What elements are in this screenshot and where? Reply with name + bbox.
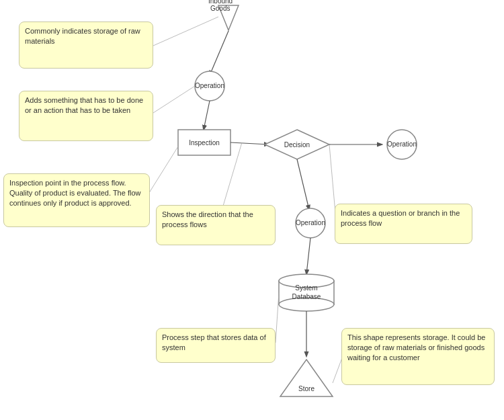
connector-inspection-callout <box>148 146 178 195</box>
store-shape <box>280 360 333 396</box>
database-top <box>279 274 334 288</box>
arrow-op3-to-db <box>306 238 310 274</box>
callout-inspection: Inspection point in the process flow. Qu… <box>3 173 150 227</box>
inbound-goods-shape <box>218 5 239 30</box>
callout-action: Adds something that has to be done or an… <box>19 91 153 141</box>
callout-raw-materials: Commonly indicates storage of raw materi… <box>19 22 153 69</box>
callout-storage: This shape represents storage. It could … <box>341 328 495 385</box>
callout-direction: Shows the direction that the process flo… <box>156 205 276 245</box>
connector-db-callout <box>276 292 279 343</box>
database-body <box>279 281 334 304</box>
operation3-shape <box>296 208 325 238</box>
inbound-goods-label-bot: Goods <box>210 5 230 12</box>
inspection-label: Inspection <box>189 139 220 146</box>
database-label-2: Database <box>292 293 321 300</box>
database-label-1: System <box>295 284 317 292</box>
operation2-label: Operation <box>387 140 417 148</box>
operation3-label: Operation <box>296 219 325 226</box>
connector-op1-callout <box>153 86 195 113</box>
callout-question: Indicates a question or branch in the pr… <box>335 204 472 244</box>
inbound-goods-label-top: Inbound <box>208 0 233 5</box>
arrow-decision-to-op3 <box>297 159 309 210</box>
database-bottom <box>279 298 334 311</box>
callout-stores-data: Process step that stores data of system <box>156 328 276 363</box>
connector-inbound-callout <box>153 17 218 46</box>
decision-label: Decision <box>284 141 310 149</box>
inspection-shape <box>178 130 230 155</box>
diagram-canvas: Inbound Goods Operation Inspection Decis… <box>0 0 504 420</box>
store-label: Store <box>298 385 314 392</box>
arrow-inspection-to-decision <box>230 142 269 144</box>
arrow-inbound-to-op1 <box>210 31 228 75</box>
operation1-shape <box>195 71 224 101</box>
operation2-shape <box>387 130 417 159</box>
arrow-op1-to-inspection <box>204 101 210 130</box>
operation1-label: Operation <box>195 82 224 89</box>
decision-shape <box>265 130 329 159</box>
